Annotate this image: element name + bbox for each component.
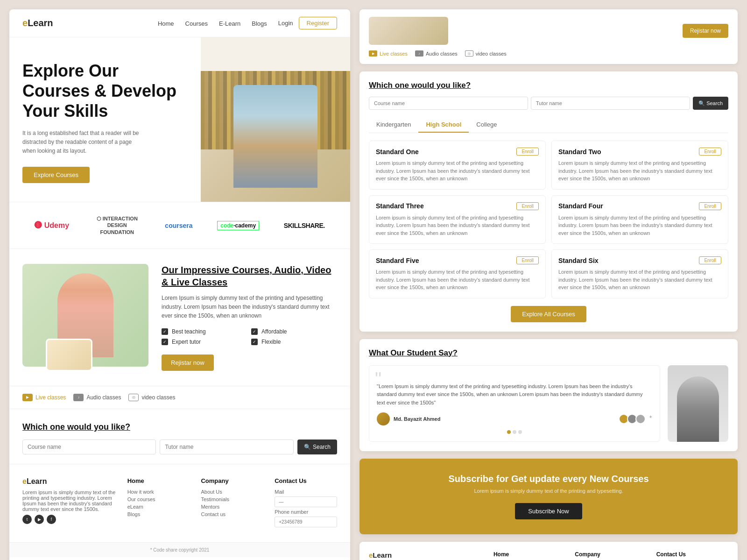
right-top-section: Rejistar now ▶ Live classes ♪ Audio clas… [359, 9, 738, 64]
standard-card-5-header: Standard Five Enroll [376, 256, 539, 264]
nav-courses[interactable]: Courses [185, 20, 208, 27]
search-icon-right: 🔍 [698, 100, 705, 106]
search-button[interactable]: 🔍 Search [297, 439, 337, 454]
standard-3-btn[interactable]: Enroll [516, 202, 539, 210]
subscribe-section: Subscribe for Get update every New Cours… [359, 459, 738, 534]
mini-tab-video[interactable]: ◎ video classes [465, 50, 507, 57]
which-section: Which one would you like? 🔍 Search [9, 409, 350, 464]
dot-3[interactable] [518, 430, 522, 434]
footer-mail-input[interactable] [275, 496, 337, 507]
mini-tab-audio[interactable]: ♪ Audio classes [415, 50, 458, 57]
rf-col2-title: Company [575, 551, 647, 558]
avatar-count: + [649, 414, 652, 424]
standard-card-3-header: Standard Three Enroll [376, 202, 539, 210]
brand-codecademy: code·cademy [217, 221, 259, 230]
standards-grid: Standard One Enroll Lorem ipsum is simpl… [369, 141, 728, 298]
tutor-input-right[interactable] [531, 97, 690, 110]
social-tw-icon[interactable]: t [22, 515, 32, 524]
student-say-section: What Our Student Say? "Lorem Ipsum is si… [359, 339, 738, 452]
mini-hero: Rejistar now [369, 17, 728, 45]
login-button[interactable]: Login [278, 20, 293, 27]
rejistar-button[interactable]: Rejistar now [162, 354, 214, 371]
standard-5-title: Standard Five [376, 257, 419, 264]
search-btn-right[interactable]: 🔍 Search [693, 97, 728, 110]
explore-courses-button[interactable]: Explore Courses [22, 167, 90, 183]
tab-audio-classes[interactable]: ♪ Audio classes [73, 394, 121, 401]
footer-elearn[interactable]: eLearn [127, 504, 190, 510]
standard-card-6-header: Standard Six Enroll [558, 256, 721, 264]
courses-small-image [46, 339, 92, 371]
dot-1[interactable] [507, 430, 511, 434]
mini-tab-live[interactable]: ▶ Live classes [369, 50, 408, 57]
standard-1-btn[interactable]: Enroll [516, 148, 539, 156]
nav-elearn[interactable]: E-Learn [219, 20, 240, 27]
nav-blogs[interactable]: Blogs [252, 20, 267, 27]
search-row: 🔍 Search [22, 439, 337, 454]
check-icon: ✓ [162, 339, 168, 345]
social-fb-icon[interactable]: f [47, 515, 56, 524]
rf-logo: eLearn [369, 551, 484, 559]
footer-testimonials[interactable]: Testimonials [201, 496, 263, 502]
mini-class-tabs: ▶ Live classes ♪ Audio classes ◎ video c… [369, 50, 728, 57]
standard-4-body: Lorem ipsum is simply dummy text of the … [558, 214, 721, 237]
standard-4-btn[interactable]: Enroll [699, 202, 721, 210]
tab-live-classes[interactable]: ▶ Live classes [22, 394, 66, 401]
author-name: Md. Bayazit Ahmed [394, 416, 440, 422]
student-silhouette [677, 376, 719, 442]
mini-register-button[interactable]: Rejistar now [683, 24, 728, 38]
subscribe-button[interactable]: Subscribe Now [515, 503, 582, 519]
footer-blogs[interactable]: Blogs [127, 511, 190, 517]
footer-col2-title: Company [201, 477, 263, 484]
footer-contact[interactable]: Contact us [201, 511, 263, 517]
feature-affordable: ✓ Affordable [251, 328, 337, 335]
footer-how-it-work[interactable]: How it work [127, 489, 190, 495]
standard-2-btn[interactable]: Enroll [699, 148, 721, 156]
audio-icon: ♪ [73, 394, 84, 401]
testimonial-text: "Lorem Ipsum is simply dummy text of the… [377, 373, 652, 407]
right-footer-grid: eLearn Lorem ipsum is simply dummy text … [369, 551, 728, 560]
footer-col1-title: Home [127, 477, 190, 484]
footer-left: eLearn Lorem ipsum is simply dummy text … [9, 464, 350, 542]
live-icon: ▶ [22, 394, 33, 401]
dot-2[interactable] [513, 430, 516, 434]
category-tabs: Kindergarten High School College [369, 117, 728, 133]
student-figure [233, 85, 317, 188]
footer-our-courses[interactable]: Our courses [127, 496, 190, 502]
left-panel: eLearn Home Courses E-Learn Blogs Login … [9, 9, 350, 560]
rf-col3-title: Contact Us [656, 551, 728, 558]
standard-1-title: Standard One [376, 148, 419, 156]
tab-college[interactable]: College [469, 117, 504, 133]
brand-udemy: 🅑 Udemy [35, 221, 69, 230]
check-icon: ✓ [251, 328, 258, 335]
brand-interaction: ⬡ INTERACTION DESIGN FOUNDATION [94, 215, 141, 235]
nav-links: Home Courses E-Learn Blogs [158, 20, 267, 27]
tab-video-classes[interactable]: ◎ video classes [128, 394, 175, 401]
tab-high-school[interactable]: High School [418, 117, 469, 133]
hero-text: Explore Our Courses & Develop Your Skill… [9, 37, 201, 202]
footer-phone-input[interactable] [275, 517, 337, 527]
course-name-input[interactable] [22, 439, 156, 454]
brands-section: 🅑 Udemy ⬡ INTERACTION DESIGN FOUNDATION … [9, 202, 350, 249]
tab-kindergarten[interactable]: Kindergarten [369, 117, 418, 133]
explore-all-button[interactable]: Explore All Courses [511, 306, 586, 322]
nav-home[interactable]: Home [158, 20, 174, 27]
standard-5-body: Lorem ipsum is simply dummy text of the … [376, 268, 539, 291]
courses-image-wrap [22, 264, 148, 367]
standard-6-btn[interactable]: Enroll [699, 256, 721, 264]
testimonial-wrap: "Lorem Ipsum is simply dummy text of the… [369, 365, 728, 442]
student-say-heading: What Our Student Say? [369, 348, 728, 358]
footer-col-contact: Contact Us Mail Phone number [275, 477, 337, 529]
tutor-name-input[interactable] [160, 439, 293, 454]
register-button[interactable]: Register [299, 17, 337, 29]
standard-5-btn[interactable]: Enroll [516, 256, 539, 264]
standard-6-body: Lorem ipsum is simply dummy text of the … [558, 268, 721, 291]
standard-card-1: Standard One Enroll Lorem ipsum is simpl… [369, 141, 546, 190]
course-input-right[interactable] [369, 97, 528, 110]
footer-mentors[interactable]: Mentors [201, 504, 263, 510]
standard-card-5: Standard Five Enroll Lorem ipsum is simp… [369, 249, 546, 298]
social-yt-icon[interactable]: ▶ [35, 515, 44, 524]
footer-col-brand: eLearn Lorem ipsum is simply dummy text … [22, 477, 116, 529]
subscribe-body: Lorem ipsum is simply dummy text of the … [371, 488, 726, 494]
footer-about-us[interactable]: About Us [201, 489, 263, 495]
logo: eLearn [22, 18, 53, 28]
